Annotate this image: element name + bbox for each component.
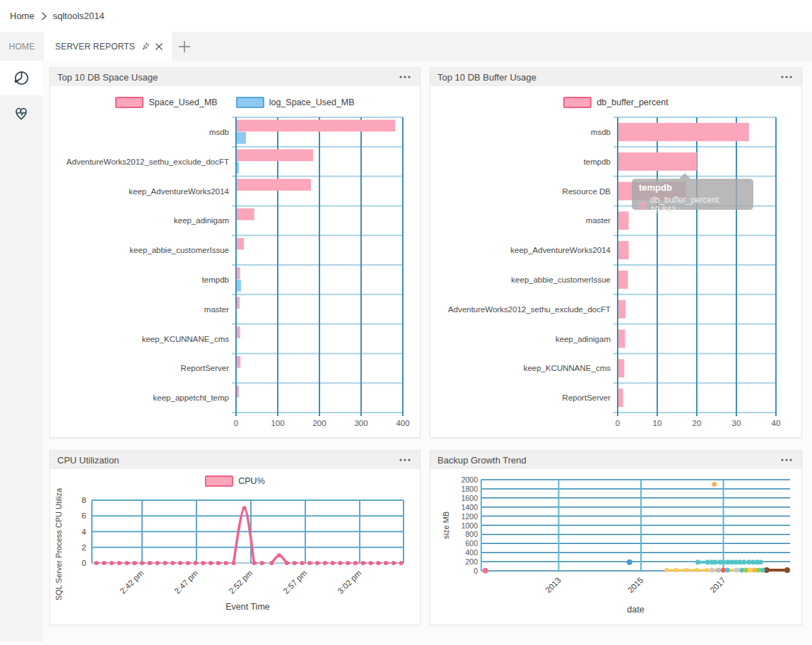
- svg-text:6: 6: [82, 511, 86, 520]
- svg-text:msdb: msdb: [591, 128, 611, 136]
- sidebar-item-health[interactable]: [0, 95, 42, 130]
- svg-text:0: 0: [234, 419, 238, 427]
- ellipsis-icon[interactable]: [779, 73, 794, 81]
- dashboard-content: Top 10 DB Space Usage Space_Used_MB log_…: [42, 61, 812, 645]
- svg-text:2:52 pm: 2:52 pm: [228, 569, 254, 596]
- tab-server-reports-label: SERVER REPORTS: [55, 42, 135, 52]
- chevron-right-icon: [40, 11, 48, 21]
- chart-cpu: CPU% 024682:42 pm2:47 pm2:52 pm2:57 pm3:…: [50, 469, 420, 625]
- widget-backup-growth: Backup Growth Trend 02004006008001000120…: [430, 450, 802, 625]
- svg-text:1400: 1400: [461, 503, 478, 511]
- svg-text:AdventureWorks2012_sethu_exclu: AdventureWorks2012_sethu_exclude_docFT: [448, 305, 611, 314]
- svg-text:400: 400: [465, 548, 478, 557]
- legend-item[interactable]: Space_Used_MB: [115, 97, 217, 108]
- tab-bar: HOME SERVER REPORTS: [0, 32, 812, 61]
- legend: Space_Used_MB log_Space_Used_MB: [50, 97, 420, 108]
- svg-text:100: 100: [271, 419, 284, 427]
- svg-text:0: 0: [82, 559, 86, 567]
- legend-swatch: [115, 97, 143, 108]
- svg-text:keep_abbie_customerIssue: keep_abbie_customerIssue: [129, 246, 229, 254]
- widget-title: CPU Utilization: [57, 455, 119, 466]
- svg-text:keep_adinigam: keep_adinigam: [174, 216, 229, 225]
- legend-item[interactable]: log_Space_Used_MB: [236, 97, 355, 108]
- plus-icon: [177, 40, 192, 54]
- widget-header: CPU Utilization: [50, 451, 420, 469]
- tooltip-swatch: [639, 201, 647, 209]
- svg-text:4: 4: [82, 528, 87, 536]
- svg-text:AdventureWorks2012_sethu_exclu: AdventureWorks2012_sethu_exclude_docFT: [66, 158, 229, 166]
- svg-text:1800: 1800: [461, 485, 478, 493]
- legend: db_buffer_percent: [430, 97, 801, 108]
- chart-backup: 0200400600800100012001400160018002000201…: [430, 469, 801, 625]
- svg-text:2:42 pm: 2:42 pm: [119, 569, 146, 596]
- svg-text:Event Time: Event Time: [225, 602, 270, 612]
- svg-text:8: 8: [82, 496, 86, 504]
- svg-text:400: 400: [396, 419, 409, 427]
- legend-swatch: [205, 475, 233, 487]
- svg-text:SQL Server Process CPU Utiliza: SQL Server Process CPU Utiliza: [54, 487, 63, 600]
- legend-label: CPU%: [238, 476, 265, 486]
- breadcrumb: Home sqltools2014: [0, 0, 812, 32]
- svg-text:date: date: [627, 605, 644, 615]
- heart-pulse-icon: [12, 104, 30, 122]
- svg-text:10: 10: [653, 419, 662, 427]
- svg-text:master: master: [586, 216, 611, 225]
- svg-text:2:47 pm: 2:47 pm: [173, 569, 200, 596]
- tab-home[interactable]: HOME: [0, 32, 44, 61]
- widget-db-buffer-usage: Top 10 DB Buffer Usage db_buffer_percent…: [430, 67, 802, 438]
- ellipsis-icon[interactable]: [397, 456, 413, 463]
- ellipsis-icon[interactable]: [779, 456, 794, 463]
- svg-text:keep_adinigam: keep_adinigam: [555, 335, 611, 343]
- legend: CPU%: [50, 475, 420, 487]
- svg-text:2: 2: [82, 543, 86, 552]
- legend-label: db_buffer_percent: [596, 97, 668, 107]
- widget-title: Backup Growth Trend: [437, 455, 526, 466]
- svg-text:keep_KCUNNANE_cms: keep_KCUNNANE_cms: [142, 335, 230, 343]
- svg-text:0: 0: [473, 567, 478, 575]
- svg-text:size MB: size MB: [442, 511, 450, 539]
- svg-text:40: 40: [772, 419, 781, 427]
- line-chart-svg: 024682:42 pm2:47 pm2:52 pm2:57 pm3:02 pm…: [50, 469, 420, 625]
- scatter-chart-svg: 0200400600800100012001400160018002000201…: [430, 469, 801, 625]
- widget-header: Top 10 DB Space Usage: [50, 68, 420, 86]
- svg-text:msdb: msdb: [209, 128, 229, 136]
- svg-text:1200: 1200: [461, 512, 478, 521]
- svg-text:0: 0: [616, 419, 620, 427]
- svg-text:master: master: [204, 305, 229, 314]
- svg-text:ReportServer: ReportServer: [181, 364, 230, 372]
- breadcrumb-home-link[interactable]: Home: [10, 11, 35, 21]
- svg-text:300: 300: [354, 419, 367, 427]
- svg-text:2015: 2015: [626, 576, 645, 595]
- svg-text:Resource DB: Resource DB: [563, 187, 611, 196]
- barh-chart-svg: 010203040msdbtempdbResource DBmasterkeep…: [430, 86, 801, 437]
- svg-text:1000: 1000: [461, 521, 478, 530]
- svg-text:2:57 pm: 2:57 pm: [282, 569, 309, 596]
- svg-text:1600: 1600: [461, 494, 478, 502]
- widget-title: Top 10 DB Space Usage: [57, 72, 158, 83]
- pin-icon[interactable]: [140, 42, 150, 52]
- svg-text:3:02 pm: 3:02 pm: [336, 569, 363, 596]
- ellipsis-icon[interactable]: [397, 73, 413, 81]
- legend-item[interactable]: CPU%: [205, 475, 265, 487]
- sidebar: [0, 61, 42, 641]
- svg-text:keep_KCUNNANE_cms: keep_KCUNNANE_cms: [524, 364, 611, 372]
- svg-text:2000: 2000: [461, 475, 478, 484]
- sidebar-item-reports[interactable]: [0, 61, 42, 95]
- new-tab-button[interactable]: [172, 32, 197, 61]
- svg-text:ReportServer: ReportServer: [563, 393, 611, 402]
- legend-swatch: [563, 97, 592, 108]
- tooltip-value: db_buffer_percent: 19.843: [650, 195, 746, 215]
- svg-text:2017: 2017: [708, 576, 727, 595]
- close-icon[interactable]: [155, 42, 163, 51]
- widget-title: Top 10 DB Buffer Usage: [437, 72, 536, 83]
- chart-space-usage: Space_Used_MB log_Space_Used_MB 01002003…: [50, 86, 420, 437]
- legend-label: Space_Used_MB: [148, 97, 217, 107]
- widget-header: Backup Growth Trend: [430, 451, 801, 469]
- chart-buffer-usage: db_buffer_percent 010203040msdbtempdbRes…: [430, 86, 801, 437]
- tab-server-reports[interactable]: SERVER REPORTS: [44, 32, 172, 61]
- legend-item[interactable]: db_buffer_percent: [563, 97, 668, 108]
- chart-tooltip: tempdb db_buffer_percent: 19.843: [632, 179, 753, 210]
- svg-text:keep_AdventureWorks2014: keep_AdventureWorks2014: [510, 246, 611, 254]
- widget-header: Top 10 DB Buffer Usage: [430, 68, 801, 86]
- tooltip-title: tempdb: [639, 182, 746, 193]
